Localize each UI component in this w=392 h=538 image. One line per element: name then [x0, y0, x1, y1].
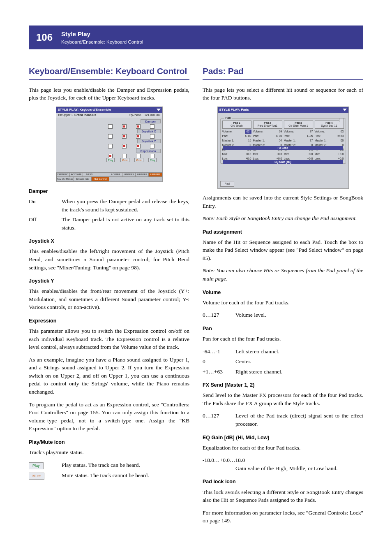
pad-param-row: Mid:+0.0	[315, 152, 344, 156]
section-title-pads: Pads: Pad	[203, 65, 363, 77]
pad-param-row: Volume:63	[315, 130, 344, 134]
screenshot-keyboard-ensemble: STYLE PLAY: Keyboard/Ensemble Trk:Upper …	[56, 107, 163, 182]
checkbox	[122, 124, 127, 129]
param-label-off: Off	[29, 216, 62, 232]
track-cell: BASS	[83, 172, 96, 177]
note-pad-assignment-change: Note: Each Style or SongBook Entry can c…	[203, 214, 363, 223]
play-status-text: Play status. The track can be heard.	[62, 461, 189, 469]
joystick-y-text: This enables/disables the front/rear mov…	[29, 287, 189, 311]
pad-param-row: Pan:C 00	[253, 134, 282, 138]
menu-icon	[343, 109, 347, 111]
volume-range-text: Volume level.	[235, 311, 363, 319]
lock-icon	[339, 118, 344, 122]
tab-cell: Kbd Control	[91, 177, 109, 181]
pan-r1-text: Left stereo channel.	[235, 348, 363, 356]
pan-r2-text: Center.	[235, 357, 363, 366]
checkbox	[136, 124, 141, 129]
track-cell: UPPER1	[148, 172, 162, 177]
eq-range-text: Gain value of the High, Middle, or Low b…	[235, 464, 363, 473]
ss1-rowlabel: Expression	[136, 149, 161, 153]
pad-lock-p2: For more information on parameter locks,…	[203, 509, 363, 525]
screenshot-pads: STYLE PLAY: Pads Pad Pad 1Grv BrushVolum…	[217, 107, 349, 189]
volume-text: Volume for each of the four Pad tracks.	[203, 299, 363, 307]
right-column: Pads: Pad This page lets you select a di…	[203, 58, 363, 529]
pads-intro: This page lets you select a different hi…	[203, 86, 363, 102]
pad-assignment-text: Name of the Hit or Sequence assigned to …	[203, 238, 363, 262]
subhead-expression: Expression	[29, 317, 189, 325]
ss-window-title: STYLE PLAY: Keyboard/Ensemble	[58, 107, 111, 112]
pad-column: Pad 3Gtr Steel Mute 1Volume:97Pan:L-05Ma…	[283, 121, 314, 162]
section-rule	[29, 79, 189, 80]
track-cell: ACCOMP	[69, 172, 83, 177]
pad-param-row: Volume:62	[222, 130, 251, 134]
header-subtitle: Keyboard/Ensemble: Keyboard Control	[61, 39, 143, 46]
subhead-joystick-y: Joystick Y	[29, 277, 189, 285]
checkbox	[150, 124, 154, 129]
subhead-pan: Pan	[203, 325, 363, 332]
joystick-x-text: This enables/disables the left/right mov…	[29, 247, 189, 271]
pad-name-box: Pad 1Grv Brush	[222, 121, 251, 129]
section-title-keyboard-control: Keyboard/Ensemble: Keyboard Control	[29, 65, 189, 77]
pan-text: Pan for each of the four Pad tracks.	[203, 335, 363, 343]
pad-column: Pad 4Synth Seq 11Volume:63Pan:R+63Master…	[314, 121, 345, 162]
fx-send-text: Send level to the Master FX processors f…	[203, 391, 363, 407]
checkbox	[136, 144, 141, 148]
trk-pc: 121.010.000	[145, 114, 161, 116]
ss2-window-title: STYLE PLAY: Pads	[219, 107, 249, 112]
play-mute-intro: Track's play/mute status.	[29, 448, 189, 457]
pad-lock-p1: This lock avoids selecting a different S…	[203, 488, 363, 504]
pad-param-row: Master 1:37	[284, 139, 313, 143]
pad-param-row: Mid:+0.0	[284, 152, 313, 156]
checkbox	[122, 144, 127, 148]
checkbox	[108, 134, 113, 139]
intro-paragraph: This page lets you enable/disable the Da…	[29, 86, 189, 102]
param-text-on: When you press the Damper pedal and rele…	[62, 197, 189, 213]
pad-name-box: Pad 2Perc Shak+Tou1	[253, 121, 282, 129]
page-number: 106	[36, 30, 53, 45]
checkbox	[108, 144, 113, 148]
band-eq-gain: EQ Gain [dB]	[223, 160, 343, 164]
tab-cell: Ensem- ble	[74, 177, 91, 181]
track-cell: UPPER2	[135, 172, 148, 177]
pad-param-row: Volume:69	[253, 130, 282, 134]
note-hits-sequences: Note: You can also choose Hits or Sequen…	[203, 267, 363, 283]
pad-param-row: Volume:97	[284, 130, 313, 134]
checkbox	[122, 134, 127, 139]
band-fx-send: FX Send	[223, 146, 343, 150]
eq-spacer	[203, 464, 235, 473]
expression-p1: This parameter allows you to switch the …	[29, 327, 189, 351]
pad-column: Pad 2Perc Shak+Tou1Volume:69Pan:C 00Mast…	[252, 121, 283, 162]
pan-r2-label: 0	[203, 357, 235, 366]
left-column: Keyboard/Ensemble: Keyboard Control This…	[29, 58, 189, 529]
pad-param-row: Pan:L-05	[284, 134, 313, 138]
pad-param-row: Pan:R+63	[315, 134, 344, 138]
pad-param-row: Master 1:54	[253, 139, 282, 143]
pad-param-row: Pan:C 00	[222, 134, 251, 138]
fx-range: 0…127	[203, 412, 235, 428]
header-divider	[57, 31, 57, 44]
trk-sound: Grand Piano RX	[74, 114, 96, 116]
mute-button: Mute	[134, 158, 143, 162]
expression-p3: To program the pedal to act as an Expres…	[29, 401, 189, 433]
ss1-rowlabel: Damper	[141, 119, 160, 123]
pad-column: Pad 1Grv BrushVolume:62Pan:C 00Master 1:…	[221, 121, 252, 162]
mute-status-text: Mute status. The track cannot be heard.	[62, 471, 189, 480]
track-cell: LOWER	[109, 172, 122, 177]
pan-r3-text: Right stereo channel.	[235, 368, 363, 376]
pan-r3-label: +1…+63	[203, 368, 235, 376]
volume-range: 0…127	[203, 311, 235, 319]
checkbox	[150, 134, 154, 139]
subhead-damper: Damper	[29, 188, 189, 195]
after-ss-text: Assignments can be saved into the curren…	[203, 194, 363, 210]
subhead-joystick-x: Joystick X	[29, 237, 189, 245]
checkbox	[136, 134, 141, 139]
trk-left: Trk:Upper 1	[58, 114, 73, 116]
trk-bank: Fty-Piano	[129, 114, 141, 116]
subhead-pad-lock: Pad lock icon	[203, 478, 363, 485]
track-cell: DR/PERC	[56, 172, 69, 177]
play-button: Play	[148, 158, 157, 162]
ss2-tab: Pad	[220, 181, 234, 187]
subhead-eq-gain: EQ Gain [dB] (Hi, Mid, Low)	[203, 434, 363, 441]
subhead-pad-assignment: Pad assignment	[203, 228, 363, 236]
pad-param-row: Mid:+0.0	[253, 152, 282, 156]
